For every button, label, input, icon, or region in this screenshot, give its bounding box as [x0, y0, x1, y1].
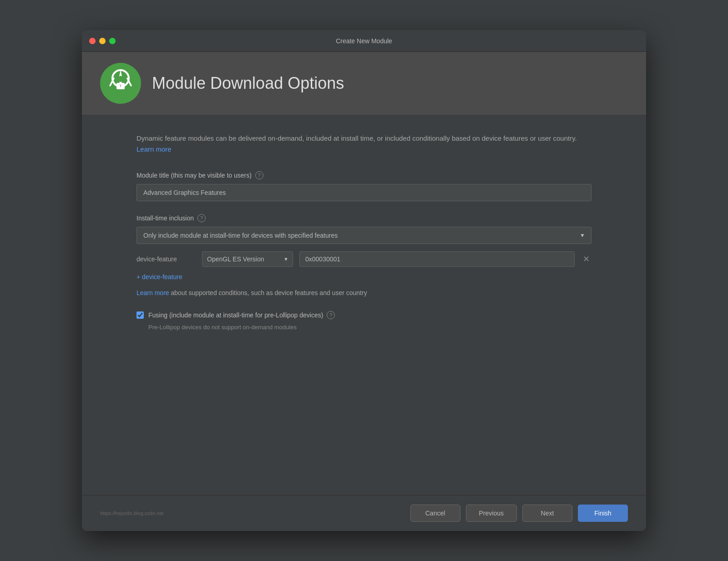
footer-url: https://hejunlin.blog.csdn.net — [100, 510, 405, 516]
install-time-label: Install-time inclusion ? — [136, 214, 592, 222]
svg-point-5 — [116, 76, 119, 78]
header: Module Download Options — [82, 52, 646, 115]
install-time-select[interactable]: Only include module at install-time for … — [136, 227, 592, 244]
feature-type-wrapper: OpenGL ES Version Feature 1 Feature 2 ▼ — [202, 251, 293, 267]
svg-point-9 — [119, 82, 122, 85]
fusing-label: Fusing (include module at install-time f… — [148, 311, 335, 319]
minimize-button[interactable] — [99, 38, 106, 44]
window-controls — [89, 38, 116, 44]
fusing-note: Pre-Lollipop devices do not support on-d… — [148, 324, 592, 331]
learn-more-link[interactable]: Learn more — [136, 145, 172, 153]
android-studio-logo — [100, 63, 141, 104]
device-feature-row: device-feature OpenGL ES Version Feature… — [136, 251, 592, 267]
feature-value-input[interactable] — [299, 251, 575, 267]
install-time-select-wrapper: Only include module at install-time for … — [136, 227, 592, 244]
feature-type-select[interactable]: OpenGL ES Version Feature 1 Feature 2 — [202, 251, 293, 267]
install-time-help-icon[interactable]: ? — [197, 214, 206, 222]
module-title-help-icon[interactable]: ? — [255, 171, 263, 179]
description-text: Dynamic feature modules can be delivered… — [136, 133, 592, 155]
learn-more-conditions: Learn more about supported conditions, s… — [136, 289, 592, 296]
fusing-section: Fusing (include module at install-time f… — [136, 311, 592, 331]
close-button[interactable] — [89, 38, 96, 44]
remove-feature-button[interactable]: ✕ — [581, 253, 592, 265]
module-title-section: Module title (this may be visible to use… — [136, 171, 592, 201]
cancel-button[interactable]: Cancel — [410, 505, 460, 522]
previous-button[interactable]: Previous — [466, 505, 517, 522]
window-title: Create New Module — [336, 37, 392, 45]
svg-point-6 — [123, 76, 125, 78]
next-button[interactable]: Next — [522, 505, 572, 522]
module-title-input[interactable] — [136, 184, 592, 201]
maximize-button[interactable] — [109, 38, 116, 44]
fusing-checkbox[interactable] — [136, 311, 144, 319]
finish-button[interactable]: Finish — [578, 505, 628, 522]
learn-more-conditions-link[interactable]: Learn more — [136, 289, 169, 296]
page-title: Module Download Options — [152, 74, 344, 93]
footer: https://hejunlin.blog.csdn.net Cancel Pr… — [82, 495, 646, 531]
device-feature-label: device-feature — [136, 255, 196, 263]
title-bar: Create New Module — [82, 30, 646, 52]
fusing-help-icon[interactable]: ? — [327, 311, 335, 319]
content-area: Dynamic feature modules can be delivered… — [82, 115, 646, 495]
install-time-section: Install-time inclusion ? Only include mo… — [136, 214, 592, 296]
main-window: Create New Module Module Download Option… — [82, 30, 646, 531]
add-feature-link[interactable]: + device-feature — [136, 273, 182, 280]
module-title-label: Module title (this may be visible to use… — [136, 171, 592, 179]
fusing-checkbox-row: Fusing (include module at install-time f… — [136, 311, 592, 319]
